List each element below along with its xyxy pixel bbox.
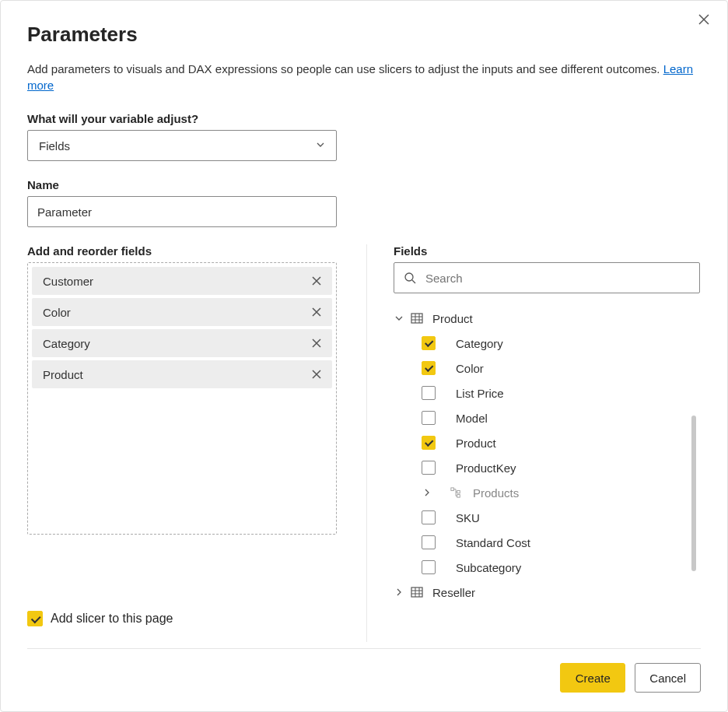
field-checkbox[interactable] — [422, 336, 436, 350]
dialog-title: Parameters — [27, 23, 701, 47]
table-icon — [411, 586, 423, 598]
close-icon — [311, 338, 322, 349]
tree-column-node[interactable]: ProductKey — [394, 455, 682, 480]
field-checkbox[interactable] — [422, 386, 436, 400]
tree-column-node[interactable]: Color — [394, 356, 682, 381]
dialog-footer: Create Cancel — [27, 648, 701, 711]
table-label: Product — [432, 312, 473, 325]
column-label: Category — [456, 337, 503, 350]
svg-rect-4 — [457, 495, 460, 498]
table-label: Reseller — [432, 586, 475, 599]
add-slicer-label: Add slicer to this page — [51, 612, 173, 626]
fields-label: Fields — [394, 244, 701, 258]
dialog-description: Add parameters to visuals and DAX expres… — [27, 61, 701, 93]
svg-rect-2 — [451, 488, 454, 491]
field-checkbox[interactable] — [422, 411, 436, 425]
svg-rect-5 — [411, 587, 422, 597]
svg-rect-1 — [411, 314, 422, 323]
description-text: Add parameters to visuals and DAX expres… — [27, 62, 663, 75]
name-label: Name — [27, 178, 701, 191]
variable-adjust-label: What will your variable adjust? — [27, 112, 701, 125]
close-icon — [311, 369, 322, 380]
remove-field-button[interactable] — [310, 368, 323, 381]
field-checkbox[interactable] — [422, 510, 436, 524]
chevron-down-icon — [394, 313, 404, 324]
close-icon — [311, 275, 322, 286]
tree-column-node[interactable]: Standard Cost — [394, 530, 682, 555]
name-input[interactable] — [27, 196, 337, 227]
selected-field-label: Product — [43, 368, 83, 381]
column-label: Standard Cost — [456, 536, 530, 549]
scrollbar-thumb[interactable] — [691, 416, 696, 571]
selected-field-label: Customer — [43, 275, 93, 288]
close-button[interactable] — [698, 13, 713, 29]
column-label: Model — [456, 412, 488, 425]
column-label: List Price — [456, 387, 504, 400]
add-slicer-row: Add slicer to this page — [27, 611, 337, 626]
selected-field-label: Color — [43, 306, 71, 319]
svg-rect-3 — [457, 490, 460, 493]
chevron-down-icon — [316, 139, 325, 152]
hierarchy-icon — [450, 486, 462, 499]
selected-field-label: Category — [43, 337, 90, 350]
tree-hierarchy-node[interactable]: Products — [394, 480, 682, 505]
column-label: Product — [456, 437, 496, 450]
field-checkbox[interactable] — [422, 361, 436, 375]
column-label: Color — [456, 362, 484, 375]
parameters-dialog: Parameters Add parameters to visuals and… — [1, 1, 727, 711]
remove-field-button[interactable] — [310, 275, 323, 287]
selected-field[interactable]: Color — [32, 298, 332, 326]
remove-field-button[interactable] — [310, 306, 323, 318]
column-label: SKU — [456, 511, 480, 524]
remove-field-button[interactable] — [310, 337, 323, 349]
column-label: ProductKey — [456, 461, 516, 475]
tree-column-node[interactable]: Category — [394, 331, 682, 356]
field-checkbox[interactable] — [422, 535, 436, 549]
field-checkbox[interactable] — [422, 436, 436, 450]
fields-tree: Product Category Color List Price M — [394, 306, 701, 642]
close-icon — [698, 13, 710, 26]
tree-table-node[interactable]: Reseller — [394, 580, 682, 605]
create-button[interactable]: Create — [560, 663, 625, 693]
search-icon — [404, 272, 416, 284]
tree-column-node[interactable]: Subcategory — [394, 555, 682, 580]
fields-search[interactable] — [394, 262, 700, 293]
hierarchy-label: Products — [473, 486, 519, 500]
add-slicer-checkbox[interactable] — [27, 611, 43, 626]
tree-column-node[interactable]: SKU — [394, 505, 682, 530]
tree-column-node[interactable]: Product — [394, 430, 682, 455]
search-input[interactable] — [424, 271, 690, 286]
field-checkbox[interactable] — [422, 560, 436, 574]
reorder-fields-box[interactable]: Customer Color Category Product — [27, 262, 337, 535]
table-icon — [411, 312, 423, 324]
selected-field[interactable]: Customer — [32, 267, 332, 295]
variable-adjust-dropdown[interactable]: Fields — [27, 130, 337, 161]
chevron-right-icon — [422, 487, 432, 498]
reorder-label: Add and reorder fields — [27, 244, 337, 258]
cancel-button[interactable]: Cancel — [635, 663, 701, 693]
field-checkbox[interactable] — [422, 461, 436, 475]
svg-point-0 — [405, 273, 413, 281]
dropdown-value: Fields — [39, 139, 70, 153]
chevron-right-icon — [394, 587, 404, 598]
close-icon — [311, 307, 322, 317]
tree-column-node[interactable]: Model — [394, 405, 682, 430]
selected-field[interactable]: Product — [32, 360, 332, 388]
tree-table-node[interactable]: Product — [394, 306, 682, 331]
selected-field[interactable]: Category — [32, 329, 332, 357]
column-label: Subcategory — [456, 561, 521, 574]
tree-column-node[interactable]: List Price — [394, 381, 682, 405]
